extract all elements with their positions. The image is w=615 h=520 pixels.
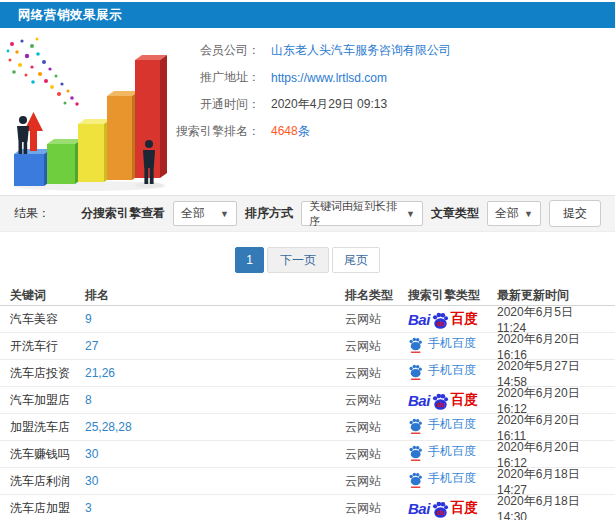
table-row: 洗车店投资 21,26 云网站 Bai du 百度 [0,360,615,387]
cell-rank: 25,28,28 [85,420,345,434]
cell-rank: 27 [85,339,345,353]
bar-chart-illustration [2,34,177,194]
cell-engine: Bai du 百度 [408,391,497,409]
open-time-row: 开通时间： 2020年4月29日 09:13 [166,91,451,118]
mobile-baidu-logo: 手机百度 [408,362,476,379]
cell-keyword: 加盟洗车店 [10,419,85,436]
engine-rank-label: 搜索引擎排名： [166,123,260,140]
cell-rank-type: 云网站 [345,338,408,355]
cell-keyword: 洗车店利润 [10,473,85,490]
svg-text:du: du [436,400,444,407]
sort-filter-select[interactable]: 关键词由短到长排序 ▼ [301,201,423,226]
page-header: 网络营销效果展示 [0,2,615,28]
next-page-button[interactable]: 下一页 [267,247,329,273]
cell-keyword: 开洗车行 [10,338,85,355]
cell-keyword: 汽车加盟店 [10,392,85,409]
chevron-down-icon: ▼ [406,209,415,219]
baidu-paw-icon: du [431,312,449,330]
cell-rank: 9 [85,312,345,326]
member-company-row: 会员公司： 山东老人头汽车服务咨询有限公司 [166,37,451,64]
table-body: 汽车美容 9 云网站 Bai du 百度 [0,306,615,520]
header-updated: 最新更新时间 [497,287,605,304]
sort-filter-label: 排序方式 [245,205,293,222]
cell-rank-type: 云网站 [345,392,408,409]
header-rank-type: 排名类型 [345,287,408,304]
page-1-button[interactable]: 1 [235,247,264,273]
member-info-list: 会员公司： 山东老人头汽车服务咨询有限公司 推广地址： https://www.… [166,37,451,145]
cell-engine: Bai du 百度 [408,470,497,492]
baidu-paw-icon: du [431,393,449,411]
promo-url-link[interactable]: https://www.lrtlsd.com [271,71,387,85]
open-time-label: 开通时间： [166,96,260,113]
cell-keyword: 洗车店加盟 [10,500,85,517]
page-title: 网络营销效果展示 [18,7,122,24]
cell-engine: Bai du 百度 [408,443,497,465]
cell-rank-type: 云网站 [345,500,408,517]
person-left [17,116,29,154]
svg-text:du: du [436,319,444,326]
cell-engine: Bai du 百度 [408,310,497,328]
mobile-baidu-logo: 手机百度 [408,416,476,433]
bar-blue [14,149,51,186]
bar-yellow [78,119,111,182]
bar-green [47,139,82,184]
member-info-section: 会员公司： 山东老人头汽车服务咨询有限公司 推广地址： https://www.… [0,28,615,195]
engine-filter-select[interactable]: 全部 ▼ [173,201,237,226]
article-filter-select[interactable]: 全部 ▼ [487,201,541,226]
promo-url-label: 推广地址： [166,69,260,86]
promo-url-row: 推广地址： https://www.lrtlsd.com [166,64,451,91]
cell-engine: Bai du 百度 [408,499,497,517]
cell-keyword: 汽车美容 [10,311,85,328]
mobile-baidu-paw-icon [408,364,423,381]
article-filter-value: 全部 [495,205,519,222]
member-company-label: 会员公司： [166,42,260,59]
cell-rank-type: 云网站 [345,311,408,328]
cell-engine: Bai du 百度 [408,335,497,357]
cell-rank: 21,26 [85,366,345,380]
cell-keyword: 洗车赚钱吗 [10,446,85,463]
cell-engine: Bai du 百度 [408,416,497,438]
mobile-baidu-logo: 手机百度 [408,335,476,352]
mobile-baidu-paw-icon [408,418,423,435]
cell-rank: 3 [85,501,345,515]
confetti-dots [7,38,79,106]
cell-keyword: 洗车店投资 [10,365,85,382]
open-time-value: 2020年4月29日 09:13 [271,96,387,113]
mobile-baidu-paw-icon [408,337,423,354]
table-row: 汽车加盟店 8 云网站 Bai du 百度 [0,387,615,414]
cell-rank-type: 云网站 [345,419,408,436]
baidu-logo: Bai du 百度 [408,310,478,328]
rank-table: 关键词 排名 排名类型 搜索引擎类型 最新更新时间 汽车美容 9 云网站 Bai… [0,286,615,520]
engine-rank-row: 搜索引擎排名： 4648条 [166,118,451,145]
cell-rank: 30 [85,474,345,488]
pagination: 1 下一页 尾页 [0,247,615,273]
baidu-logo: Bai du 百度 [408,499,478,517]
mobile-baidu-paw-icon [408,445,423,462]
member-company-link[interactable]: 山东老人头汽车服务咨询有限公司 [271,42,451,59]
mobile-baidu-paw-icon [408,472,423,489]
cell-rank-type: 云网站 [345,473,408,490]
baidu-paw-icon: du [431,501,449,519]
table-row: 加盟洗车店 25,28,28 云网站 Bai du 百度 [0,414,615,441]
mobile-baidu-logo: 手机百度 [408,443,476,460]
mobile-baidu-logo: 手机百度 [408,470,476,487]
table-row: 汽车美容 9 云网站 Bai du 百度 [0,306,615,333]
result-label: 结果： [14,205,50,222]
engine-rank-unit: 条 [298,124,310,138]
table-row: 洗车店利润 30 云网站 Bai du 百度 [0,468,615,495]
submit-button[interactable]: 提交 [549,200,601,227]
cell-rank-type: 云网站 [345,446,408,463]
cell-rank-type: 云网站 [345,365,408,382]
table-row: 洗车店加盟 3 云网站 Bai du 百度 [0,495,615,520]
table-row: 开洗车行 27 云网站 Bai du 百度 [0,333,615,360]
article-filter-label: 文章类型 [431,205,479,222]
filter-group: 分搜索引擎查看 全部 ▼ 排序方式 关键词由短到长排序 ▼ 文章类型 全部 ▼ … [81,200,601,227]
baidu-logo: Bai du 百度 [408,391,478,409]
header-engine-type: 搜索引擎类型 [408,287,497,304]
header-rank: 排名 [85,287,345,304]
engine-filter-value: 全部 [181,205,205,222]
engine-rank-count: 4648 [271,124,298,138]
chevron-down-icon: ▼ [524,209,533,219]
last-page-button[interactable]: 尾页 [332,247,380,273]
sort-filter-value: 关键词由短到长排序 [309,199,402,229]
